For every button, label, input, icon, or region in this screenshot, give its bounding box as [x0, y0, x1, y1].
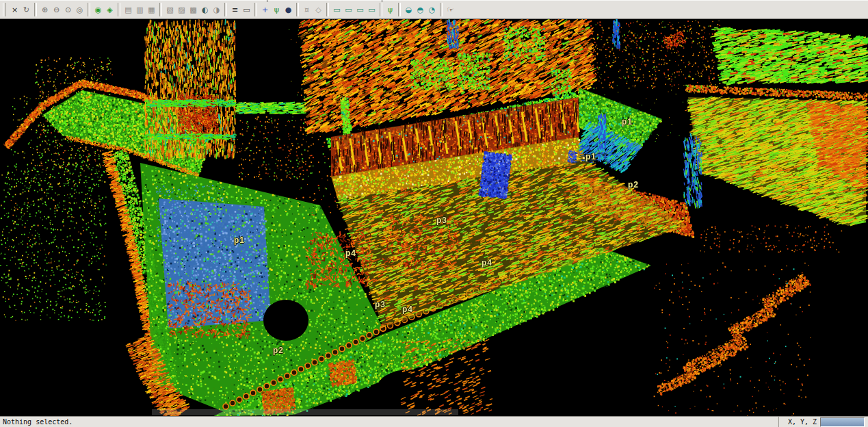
slab-tool-3[interactable]: ▭ — [354, 2, 366, 17]
slab-tool-1[interactable]: ▭ — [331, 2, 343, 17]
status-message: Nothing selected. — [3, 418, 73, 426]
toolbar-separator — [398, 3, 401, 16]
point-cloud-viewport: p1p1p2p3p4p1p4p3p4p2 — [0, 19, 868, 416]
limit-box-tool-3[interactable]: ◔ — [426, 2, 438, 17]
settings-tool[interactable]: ¤ — [301, 2, 313, 17]
limit-box-tool-1[interactable]: ◒ — [403, 2, 415, 17]
toolbar-separator — [159, 3, 162, 16]
toolbar-separator — [88, 3, 90, 16]
coord-axes-tool[interactable]: + — [259, 2, 271, 17]
status-divider — [778, 417, 779, 427]
dock-separator-tick-2 — [382, 0, 382, 2]
layers-tool[interactable]: ▨ — [176, 2, 187, 17]
app-window: { "toolbar": { "groups": [ {"items":[{"n… — [0, 0, 868, 427]
limit-box-tool-2[interactable]: ◓ — [415, 2, 426, 17]
pick-point-tool[interactable]: ◉ — [92, 2, 104, 17]
slab-tool-2[interactable]: ▭ — [343, 2, 354, 17]
walk-mode-tool[interactable]: ◐ — [199, 2, 211, 17]
cloud-brush-tool[interactable]: ψ — [271, 2, 282, 17]
ground-haze-strip — [152, 409, 458, 415]
toolbar-items: ×↻⊕⊖⊙◎◉◈▤▥▦▧▨▩◐◑≡▭+ψ●¤◇▭▭▭▭ψ◒◓◔☞ — [9, 2, 456, 17]
toolbar-separator — [380, 3, 382, 16]
render-sphere-tool[interactable]: ● — [282, 2, 294, 17]
stamp-tool[interactable]: ▩ — [187, 2, 199, 17]
find-tool[interactable]: ◑ — [211, 2, 222, 17]
multi-pick-tool[interactable]: ◈ — [104, 2, 116, 17]
slab-tool-4[interactable]: ▭ — [366, 2, 378, 17]
main-toolbar: ×↻⊕⊖⊙◎◉◈▤▥▦▧▨▩◐◑≡▭+ψ●¤◇▭▭▭▭ψ◒◓◔☞ — [0, 0, 868, 19]
toolbar-grip[interactable] — [3, 3, 6, 16]
select-tool[interactable]: × — [9, 2, 21, 17]
point-cloud-canvas[interactable] — [0, 19, 868, 416]
dock-separator-tick-1 — [267, 0, 267, 2]
toolbar-separator — [34, 3, 37, 16]
clipboard-tool[interactable]: ▭ — [241, 2, 252, 17]
zoom-window-tool[interactable]: ⊙ — [62, 2, 74, 17]
grab-view-tool[interactable]: ▧ — [164, 2, 176, 17]
coords-readout-panel — [820, 417, 865, 427]
orbit-tool[interactable]: ↻ — [21, 2, 32, 17]
clear-fence-tool[interactable]: ▦ — [146, 2, 157, 17]
toolbar-separator — [224, 3, 227, 16]
toolbar-separator — [440, 3, 443, 16]
toolbar-separator — [296, 3, 299, 16]
toolbar-separator — [254, 3, 257, 16]
pan-hand-tool[interactable]: ☞ — [445, 2, 456, 17]
toolbar-separator — [326, 3, 329, 16]
coords-label: X, Y, Z — [788, 418, 817, 426]
cube-tools[interactable]: ◇ — [313, 2, 324, 17]
toolbar-separator — [118, 3, 120, 16]
copy-fence-tool[interactable]: ▤ — [122, 2, 134, 17]
fern-card-tool[interactable]: ψ — [384, 2, 396, 17]
zoom-in-tool[interactable]: ⊕ — [39, 2, 51, 17]
paste-fence-tool[interactable]: ▥ — [134, 2, 146, 17]
zoom-extents-tool[interactable]: ◎ — [74, 2, 86, 17]
zoom-out-tool[interactable]: ⊖ — [51, 2, 62, 17]
object-list-tool[interactable]: ≡ — [229, 2, 241, 17]
status-bar: Nothing selected. X, Y, Z — [0, 416, 868, 427]
